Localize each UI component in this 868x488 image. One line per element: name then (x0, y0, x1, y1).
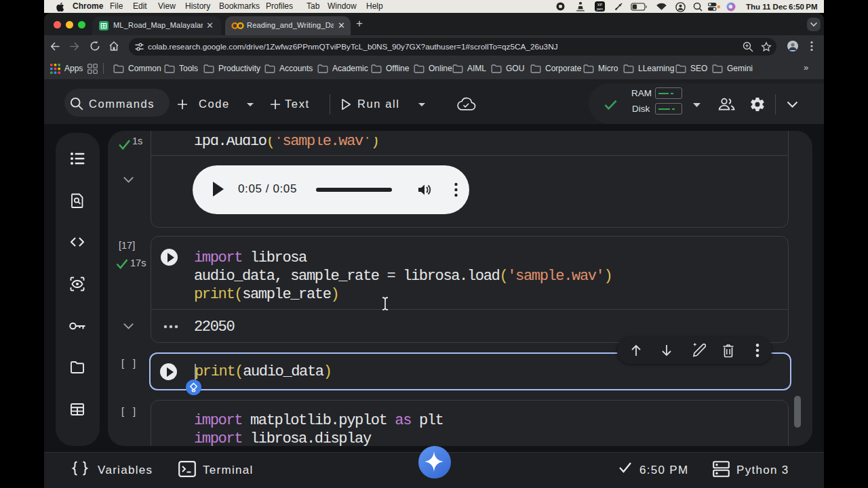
svg-text:pen: pen (597, 7, 603, 11)
